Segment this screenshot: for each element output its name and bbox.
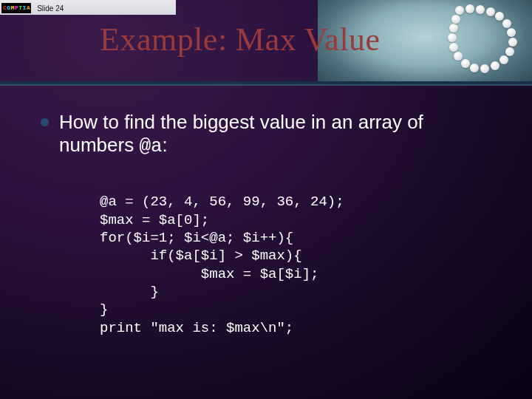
bullet-text-part: How to find the biggest value in an arra…	[59, 111, 423, 156]
inline-code: @a	[139, 135, 162, 157]
top-bar: COMPTIA Slide 24	[0, 0, 176, 15]
slide-title: Example: Max Value	[100, 21, 381, 58]
slide: COMPTIA Slide 24 Example: Max Value	[0, 0, 532, 399]
bullet-icon	[41, 118, 49, 126]
divider	[0, 84, 532, 86]
code-block: @a = (23, 4, 56, 99, 36, 24); $max = $a[…	[100, 193, 502, 337]
slide-body: How to find the biggest value in an arra…	[41, 111, 502, 337]
logo-icon: COMPTIA	[1, 3, 31, 13]
bullet-item: How to find the biggest value in an arra…	[41, 111, 502, 157]
necklace-icon	[448, 4, 522, 75]
bullet-text: How to find the biggest value in an arra…	[59, 111, 502, 157]
slide-number: Slide 24	[37, 4, 64, 13]
bullet-text-part: :	[163, 134, 168, 156]
